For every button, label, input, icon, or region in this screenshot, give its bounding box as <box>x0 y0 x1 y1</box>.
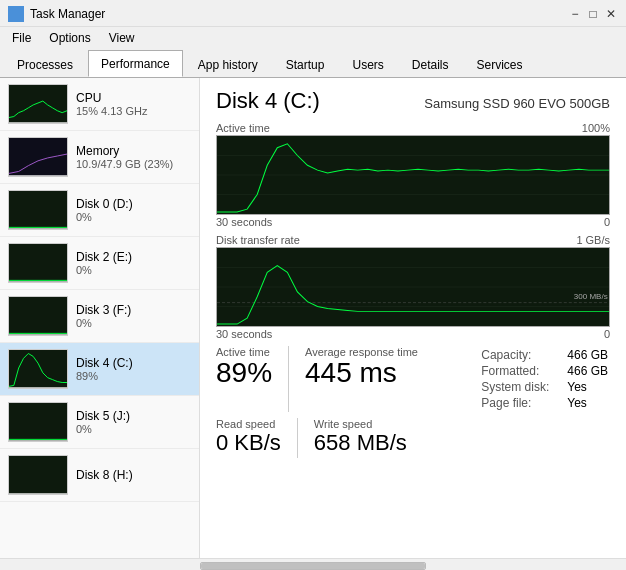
disk2-label: Disk 2 (E:) <box>76 250 132 264</box>
sidebar-item-disk0[interactable]: Disk 0 (D:) 0% <box>0 184 199 237</box>
disk3-label: Disk 3 (F:) <box>76 303 131 317</box>
read-speed-label: Read speed <box>216 418 281 430</box>
disk0-thumbnail <box>8 190 68 230</box>
sidebar-item-cpu[interactable]: CPU 15% 4.13 GHz <box>0 78 199 131</box>
svg-text:300 MB/s: 300 MB/s <box>574 292 608 301</box>
active-time-max: 100% <box>582 122 610 134</box>
write-speed-label: Write speed <box>314 418 407 430</box>
disk3-thumbnail <box>8 296 68 336</box>
stat-divider1 <box>288 346 289 412</box>
cpu-thumbnail <box>8 84 68 124</box>
active-time-stat: Active time 89% <box>216 346 272 389</box>
tab-details[interactable]: Details <box>399 52 462 77</box>
disk5-detail: 0% <box>76 423 130 435</box>
chart2-time-left: 30 seconds <box>216 328 272 340</box>
page-file-value: Yes <box>567 396 608 410</box>
formatted-value: 466 GB <box>567 364 608 378</box>
menu-view[interactable]: View <box>105 29 139 47</box>
write-speed-stat: Write speed 658 MB/s <box>314 418 407 456</box>
svg-rect-2 <box>9 190 67 228</box>
transfer-rate-section: Disk transfer rate 1 GB/s 300 MB/s <box>216 234 610 340</box>
disk8-thumbnail <box>8 455 68 495</box>
speed-divider <box>297 418 298 458</box>
active-time-chart <box>216 135 610 215</box>
sidebar-item-disk8[interactable]: Disk 8 (H:) <box>0 449 199 502</box>
sidebar: CPU 15% 4.13 GHz Memory 10.9/47.9 GB (23… <box>0 78 200 558</box>
active-time-stat-value: 89% <box>216 358 272 389</box>
menu-bar: File Options View <box>0 27 626 49</box>
main-content: CPU 15% 4.13 GHz Memory 10.9/47.9 GB (23… <box>0 78 626 558</box>
memory-label: Memory <box>76 144 173 158</box>
disk0-label: Disk 0 (D:) <box>76 197 133 211</box>
disk-header: Disk 4 (C:) Samsung SSD 960 EVO 500GB <box>216 88 610 114</box>
read-speed-stat: Read speed 0 KB/s <box>216 418 281 456</box>
horizontal-scrollbar[interactable] <box>0 558 626 570</box>
svg-rect-3 <box>9 243 67 281</box>
page-file-label: Page file: <box>481 396 565 410</box>
avg-response-stat: Average response time 445 ms <box>305 346 418 389</box>
app-icon <box>8 6 24 22</box>
svg-rect-7 <box>9 455 67 493</box>
sidebar-item-disk2[interactable]: Disk 2 (E:) 0% <box>0 237 199 290</box>
right-panel: Disk 4 (C:) Samsung SSD 960 EVO 500GB Ac… <box>200 78 626 558</box>
disk-info-table: Capacity: 466 GB Formatted: 466 GB Syste… <box>479 346 610 412</box>
menu-file[interactable]: File <box>8 29 35 47</box>
transfer-rate-label: Disk transfer rate <box>216 234 300 246</box>
disk0-detail: 0% <box>76 211 133 223</box>
sidebar-item-disk3[interactable]: Disk 3 (F:) 0% <box>0 290 199 343</box>
disk4-thumbnail <box>8 349 68 389</box>
close-button[interactable]: ✕ <box>604 8 618 20</box>
sidebar-item-disk4[interactable]: Disk 4 (C:) 89% <box>0 343 199 396</box>
tab-services[interactable]: Services <box>464 52 536 77</box>
transfer-rate-max: 1 GB/s <box>576 234 610 246</box>
disk-title: Disk 4 (C:) <box>216 88 320 114</box>
active-time-section: Active time 100% 30 seconds 0 <box>216 122 610 228</box>
memory-thumbnail <box>8 137 68 177</box>
disk2-detail: 0% <box>76 264 132 276</box>
tab-startup[interactable]: Startup <box>273 52 338 77</box>
maximize-button[interactable]: □ <box>586 8 600 20</box>
cpu-label: CPU <box>76 91 148 105</box>
formatted-label: Formatted: <box>481 364 565 378</box>
disk2-thumbnail <box>8 243 68 283</box>
menu-options[interactable]: Options <box>45 29 94 47</box>
disk-model: Samsung SSD 960 EVO 500GB <box>424 96 610 111</box>
window-title: Task Manager <box>30 7 105 21</box>
chart2-time-right: 0 <box>604 328 610 340</box>
capacity-label: Capacity: <box>481 348 565 362</box>
disk5-label: Disk 5 (J:) <box>76 409 130 423</box>
disk4-label: Disk 4 (C:) <box>76 356 133 370</box>
system-disk-value: Yes <box>567 380 608 394</box>
disk8-label: Disk 8 (H:) <box>76 468 133 482</box>
tab-bar: Processes Performance App history Startu… <box>0 49 626 78</box>
disk3-detail: 0% <box>76 317 131 329</box>
chart1-time-right: 0 <box>604 216 610 228</box>
write-speed-value: 658 MB/s <box>314 430 407 456</box>
tab-users[interactable]: Users <box>339 52 396 77</box>
sidebar-item-memory[interactable]: Memory 10.9/47.9 GB (23%) <box>0 131 199 184</box>
active-time-label: Active time <box>216 122 270 134</box>
tab-apphistory[interactable]: App history <box>185 52 271 77</box>
tab-processes[interactable]: Processes <box>4 52 86 77</box>
read-speed-value: 0 KB/s <box>216 430 281 456</box>
svg-rect-4 <box>9 296 67 334</box>
sidebar-item-disk5[interactable]: Disk 5 (J:) 0% <box>0 396 199 449</box>
system-disk-label: System disk: <box>481 380 565 394</box>
minimize-button[interactable]: − <box>568 8 582 20</box>
disk5-thumbnail <box>8 402 68 442</box>
cpu-detail: 15% 4.13 GHz <box>76 105 148 117</box>
title-bar: Task Manager − □ ✕ <box>0 0 626 27</box>
capacity-value: 466 GB <box>567 348 608 362</box>
memory-detail: 10.9/47.9 GB (23%) <box>76 158 173 170</box>
disk4-detail: 89% <box>76 370 133 382</box>
avg-response-stat-value: 445 ms <box>305 358 418 389</box>
chart1-time-left: 30 seconds <box>216 216 272 228</box>
tab-performance[interactable]: Performance <box>88 50 183 77</box>
transfer-rate-chart: 300 MB/s <box>216 247 610 327</box>
svg-rect-6 <box>9 402 67 440</box>
